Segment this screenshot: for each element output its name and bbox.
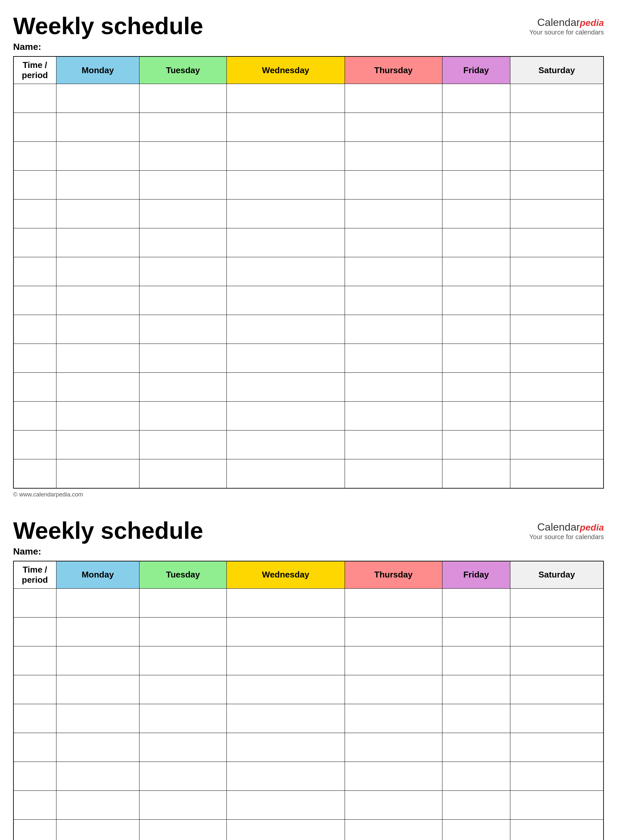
table-cell[interactable] xyxy=(56,617,139,646)
table-cell[interactable] xyxy=(510,675,604,704)
table-cell[interactable] xyxy=(56,84,139,113)
table-cell[interactable] xyxy=(226,704,345,733)
table-cell[interactable] xyxy=(510,790,604,819)
table-cell[interactable] xyxy=(226,84,345,113)
table-cell[interactable] xyxy=(345,588,442,617)
table-cell[interactable] xyxy=(345,84,442,113)
table-cell[interactable] xyxy=(442,171,510,199)
table-cell[interactable] xyxy=(345,113,442,142)
table-cell[interactable] xyxy=(226,113,345,142)
table-cell[interactable] xyxy=(56,142,139,171)
table-cell[interactable] xyxy=(56,819,139,840)
table-cell[interactable] xyxy=(13,84,56,113)
table-cell[interactable] xyxy=(226,402,345,430)
table-cell[interactable] xyxy=(13,171,56,199)
table-cell[interactable] xyxy=(56,402,139,430)
table-cell[interactable] xyxy=(139,402,227,430)
table-cell[interactable] xyxy=(13,675,56,704)
table-cell[interactable] xyxy=(13,733,56,762)
table-cell[interactable] xyxy=(442,315,510,344)
table-cell[interactable] xyxy=(13,459,56,488)
table-cell[interactable] xyxy=(56,199,139,228)
table-cell[interactable] xyxy=(226,675,345,704)
table-cell[interactable] xyxy=(226,142,345,171)
table-cell[interactable] xyxy=(139,459,227,488)
table-cell[interactable] xyxy=(345,790,442,819)
table-cell[interactable] xyxy=(13,199,56,228)
table-cell[interactable] xyxy=(510,344,604,373)
table-cell[interactable] xyxy=(345,430,442,459)
table-cell[interactable] xyxy=(442,142,510,171)
table-cell[interactable] xyxy=(13,762,56,790)
table-cell[interactable] xyxy=(442,704,510,733)
table-cell[interactable] xyxy=(56,344,139,373)
table-cell[interactable] xyxy=(442,373,510,402)
table-cell[interactable] xyxy=(442,344,510,373)
table-cell[interactable] xyxy=(226,315,345,344)
table-cell[interactable] xyxy=(226,646,345,675)
table-cell[interactable] xyxy=(442,646,510,675)
table-cell[interactable] xyxy=(139,142,227,171)
table-cell[interactable] xyxy=(13,373,56,402)
table-cell[interactable] xyxy=(510,819,604,840)
table-cell[interactable] xyxy=(510,228,604,257)
table-cell[interactable] xyxy=(56,315,139,344)
table-cell[interactable] xyxy=(345,228,442,257)
table-cell[interactable] xyxy=(56,228,139,257)
table-cell[interactable] xyxy=(510,646,604,675)
table-cell[interactable] xyxy=(345,459,442,488)
table-cell[interactable] xyxy=(56,704,139,733)
table-cell[interactable] xyxy=(13,646,56,675)
table-cell[interactable] xyxy=(442,617,510,646)
table-cell[interactable] xyxy=(510,315,604,344)
table-cell[interactable] xyxy=(442,257,510,286)
table-cell[interactable] xyxy=(13,430,56,459)
table-cell[interactable] xyxy=(56,459,139,488)
table-cell[interactable] xyxy=(345,199,442,228)
table-cell[interactable] xyxy=(226,617,345,646)
table-cell[interactable] xyxy=(442,113,510,142)
table-cell[interactable] xyxy=(345,257,442,286)
table-cell[interactable] xyxy=(442,790,510,819)
table-cell[interactable] xyxy=(13,402,56,430)
table-cell[interactable] xyxy=(442,430,510,459)
table-cell[interactable] xyxy=(139,733,227,762)
table-cell[interactable] xyxy=(139,790,227,819)
table-cell[interactable] xyxy=(56,171,139,199)
table-cell[interactable] xyxy=(139,199,227,228)
table-cell[interactable] xyxy=(345,171,442,199)
table-cell[interactable] xyxy=(13,344,56,373)
table-cell[interactable] xyxy=(139,373,227,402)
table-cell[interactable] xyxy=(226,344,345,373)
table-cell[interactable] xyxy=(13,588,56,617)
table-cell[interactable] xyxy=(345,704,442,733)
table-cell[interactable] xyxy=(139,113,227,142)
table-cell[interactable] xyxy=(139,588,227,617)
table-cell[interactable] xyxy=(510,588,604,617)
table-cell[interactable] xyxy=(56,762,139,790)
table-cell[interactable] xyxy=(139,228,227,257)
table-cell[interactable] xyxy=(226,257,345,286)
table-cell[interactable] xyxy=(442,588,510,617)
table-cell[interactable] xyxy=(345,675,442,704)
table-cell[interactable] xyxy=(139,171,227,199)
table-cell[interactable] xyxy=(226,286,345,315)
table-cell[interactable] xyxy=(56,675,139,704)
table-cell[interactable] xyxy=(139,704,227,733)
table-cell[interactable] xyxy=(56,286,139,315)
table-cell[interactable] xyxy=(56,257,139,286)
table-cell[interactable] xyxy=(510,84,604,113)
table-cell[interactable] xyxy=(442,819,510,840)
table-cell[interactable] xyxy=(442,199,510,228)
table-cell[interactable] xyxy=(510,113,604,142)
table-cell[interactable] xyxy=(226,228,345,257)
table-cell[interactable] xyxy=(442,84,510,113)
table-cell[interactable] xyxy=(510,142,604,171)
table-cell[interactable] xyxy=(226,430,345,459)
table-cell[interactable] xyxy=(510,171,604,199)
table-cell[interactable] xyxy=(345,402,442,430)
table-cell[interactable] xyxy=(345,373,442,402)
table-cell[interactable] xyxy=(345,315,442,344)
table-cell[interactable] xyxy=(510,373,604,402)
table-cell[interactable] xyxy=(345,646,442,675)
